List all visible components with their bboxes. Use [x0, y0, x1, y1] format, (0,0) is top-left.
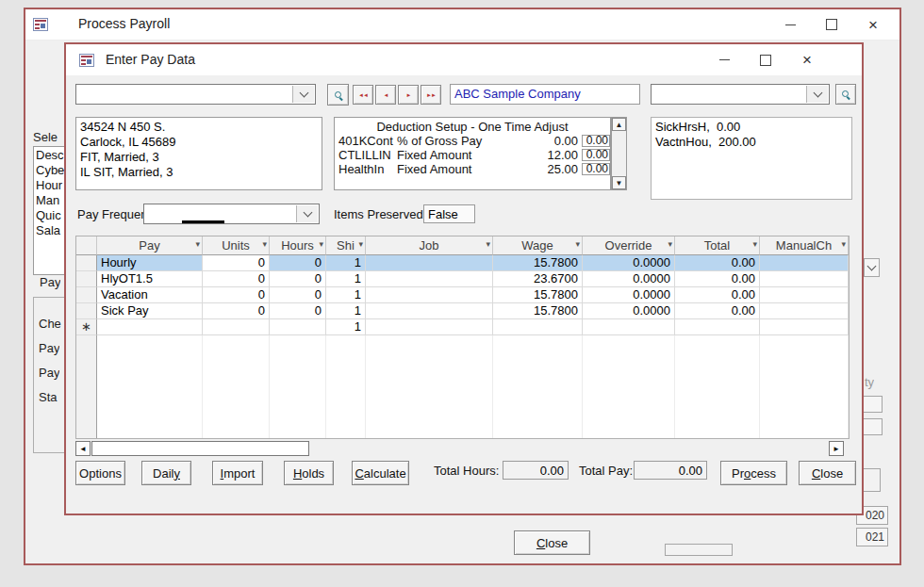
paytype-search-button[interactable]	[835, 84, 856, 105]
import-button[interactable]: Import	[212, 461, 263, 485]
dialog-minimize-button[interactable]	[703, 47, 745, 73]
grid-cell[interactable]: Vacation	[97, 287, 203, 303]
grid-cell[interactable]	[583, 319, 675, 335]
grid-cell[interactable]: 1	[326, 255, 366, 271]
grid-cell[interactable]: 1	[326, 303, 366, 319]
last-record-button[interactable]: ►►	[421, 85, 441, 105]
first-record-button[interactable]: ◄◄	[353, 85, 373, 105]
column-header-total[interactable]: Total▾	[675, 236, 760, 255]
grid-cell[interactable]: 0.00	[675, 271, 760, 287]
previous-record-button[interactable]: ◄	[375, 85, 396, 105]
grid-h-scrollbar[interactable]: ◄ ►	[75, 441, 844, 456]
grid-cell[interactable]	[760, 303, 849, 319]
bg-close-button[interactable]: Close	[514, 530, 590, 555]
grid-cell[interactable]	[97, 319, 203, 335]
grid-cell[interactable]: 15.7800	[493, 303, 583, 319]
column-header-units[interactable]: Units▾	[203, 236, 270, 255]
grid-cell[interactable]: 0.0000	[583, 303, 675, 319]
grid-cell[interactable]: Sick Pay	[97, 303, 203, 319]
scroll-right-icon[interactable]: ►	[829, 441, 844, 456]
process-button[interactable]: Process	[720, 461, 787, 485]
dialog-close-button[interactable]: ×	[786, 47, 828, 73]
record-selector[interactable]	[76, 303, 97, 319]
column-header-job[interactable]: Job▾	[366, 236, 493, 255]
filter-arrow-icon[interactable]: ▾	[575, 239, 580, 249]
grid-cell[interactable]	[760, 255, 849, 271]
column-header-override[interactable]: Override▾	[583, 236, 675, 255]
grid-cell[interactable]	[366, 303, 493, 319]
grid-cell[interactable]: 1	[326, 319, 366, 335]
grid-cell[interactable]	[760, 287, 849, 303]
close-button[interactable]: ×	[852, 11, 894, 38]
grid-cell[interactable]: 0	[203, 271, 270, 287]
filter-arrow-icon[interactable]: ▾	[841, 239, 846, 249]
dialog-close-action-button[interactable]: Close	[799, 461, 856, 485]
scroll-left-icon[interactable]: ◄	[75, 441, 91, 456]
grid-cell[interactable]: 15.7800	[493, 287, 583, 303]
deduction-adjust-field[interactable]: 0.00	[582, 135, 610, 147]
maximize-button[interactable]	[811, 11, 852, 38]
scrollbar-thumb[interactable]	[91, 441, 309, 456]
column-header-wage[interactable]: Wage▾	[493, 236, 583, 255]
pay-frequency-dropdown[interactable]	[296, 205, 318, 222]
grid-cell[interactable]	[270, 319, 326, 335]
grid-cell[interactable]	[366, 287, 493, 303]
grid-cell[interactable]: 0.0000	[583, 287, 675, 303]
filter-arrow-icon[interactable]: ▾	[668, 239, 672, 249]
filter-arrow-icon[interactable]: ▾	[195, 239, 200, 249]
grid-cell[interactable]: HlyOT1.5	[97, 271, 203, 287]
grid-cell[interactable]	[760, 319, 849, 335]
grid-cell[interactable]: 0.00	[675, 287, 760, 303]
grid-cell[interactable]: 0.00	[675, 303, 760, 319]
record-selector[interactable]	[76, 287, 97, 303]
paytype-combo[interactable]: Hourly	[651, 84, 830, 105]
filter-arrow-icon[interactable]: ▾	[319, 239, 323, 249]
employee-search-button[interactable]	[327, 84, 349, 106]
deduction-adjust-field[interactable]: 0.00	[582, 149, 610, 161]
grid-cell[interactable]: 0	[203, 303, 270, 319]
grid-cell[interactable]	[675, 319, 760, 335]
paytype-combo-dropdown[interactable]	[806, 86, 828, 103]
scroll-down-icon[interactable]: ▼	[612, 176, 626, 189]
grid-cell[interactable]: 0	[270, 303, 326, 319]
grid-cell[interactable]: 0	[270, 287, 326, 303]
daily-button[interactable]: Daily	[141, 461, 191, 485]
deduction-scrollbar[interactable]: ▲ ▼	[611, 117, 627, 190]
grid-cell[interactable]	[203, 319, 270, 335]
grid-cell[interactable]: 0	[203, 287, 270, 303]
calculate-button[interactable]: Calculate	[352, 461, 409, 485]
deduction-adjust-field[interactable]: 0.00	[582, 163, 610, 175]
bg-combo-arrow-button[interactable]	[864, 258, 880, 277]
grid-cell[interactable]: 1	[326, 287, 366, 303]
column-header-pay[interactable]: Pay▾	[97, 236, 203, 255]
new-record-icon[interactable]: ∗	[76, 319, 97, 335]
holds-button[interactable]: Holds	[284, 461, 334, 485]
column-header-shi[interactable]: Shi▾	[326, 236, 366, 255]
scroll-up-icon[interactable]: ▲	[612, 118, 626, 131]
grid-cell[interactable]: 23.6700	[493, 271, 583, 287]
column-header-manualch[interactable]: ManualCh▾	[760, 236, 849, 255]
filter-arrow-icon[interactable]: ▾	[262, 239, 267, 249]
grid-cell[interactable]	[760, 271, 849, 287]
grid-cell[interactable]	[493, 319, 583, 335]
record-selector[interactable]	[76, 271, 97, 287]
grid-cell[interactable]: 1	[326, 271, 366, 287]
grid-cell[interactable]	[366, 255, 493, 271]
grid-cell[interactable]: 15.7800	[493, 255, 583, 271]
pay-frequency-combo[interactable]: Weekly	[143, 204, 320, 224]
dialog-maximize-button[interactable]	[745, 47, 786, 73]
next-record-button[interactable]: ►	[398, 85, 419, 105]
grid-cell[interactable]: 0.0000	[583, 255, 675, 271]
column-header-hours[interactable]: Hours▾	[270, 236, 326, 255]
filter-arrow-icon[interactable]: ▾	[358, 239, 363, 249]
record-selector[interactable]	[76, 255, 97, 271]
grid-cell[interactable]	[366, 319, 493, 335]
minimize-button[interactable]	[769, 11, 811, 38]
employee-combo[interactable]: Aguilera, Jessica	[75, 84, 316, 105]
grid-cell[interactable]	[366, 271, 493, 287]
options-button[interactable]: Options	[75, 461, 125, 485]
filter-arrow-icon[interactable]: ▾	[486, 239, 490, 249]
grid-cell[interactable]: 0	[203, 255, 270, 271]
grid-cell[interactable]: 0	[270, 271, 326, 287]
grid-cell[interactable]: 0.00	[675, 255, 760, 271]
